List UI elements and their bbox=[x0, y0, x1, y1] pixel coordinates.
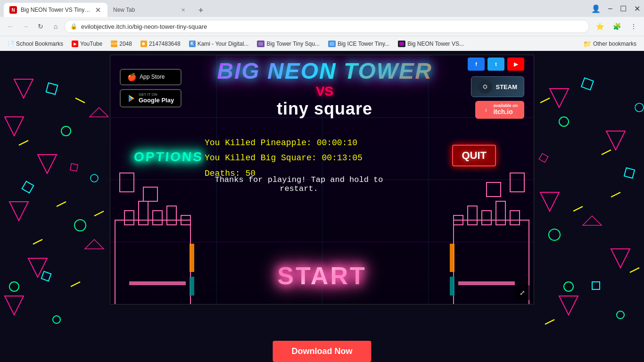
lock-icon: 🔒 bbox=[70, 23, 77, 30]
svg-rect-66 bbox=[124, 211, 134, 225]
svg-text:N: N bbox=[11, 8, 15, 13]
svg-point-60 bbox=[484, 86, 486, 88]
tab-close-active[interactable] bbox=[94, 6, 102, 14]
game-container: 🍎 App Store GET IT ON bbox=[110, 55, 534, 304]
svg-line-25 bbox=[33, 239, 42, 244]
svg-point-30 bbox=[91, 174, 98, 182]
svg-marker-33 bbox=[550, 89, 569, 107]
fullscreen-button[interactable]: ⤢ bbox=[515, 285, 530, 300]
fullscreen-icon: ⤢ bbox=[520, 289, 525, 296]
svg-marker-15 bbox=[5, 296, 24, 315]
google-play-button[interactable]: GET IT ON Google Play bbox=[120, 89, 182, 107]
tab-inactive[interactable]: New Tab ✕ bbox=[107, 3, 192, 17]
svg-marker-11 bbox=[5, 117, 24, 136]
svg-point-41 bbox=[549, 229, 560, 240]
tab-close-inactive[interactable]: ✕ bbox=[179, 6, 187, 14]
forward-button[interactable]: → bbox=[19, 20, 32, 33]
svg-rect-65 bbox=[115, 220, 190, 304]
svg-rect-42 bbox=[592, 282, 600, 289]
refresh-button[interactable]: ↻ bbox=[34, 20, 47, 33]
bookmark-2048[interactable]: 2048 2048 bbox=[107, 39, 136, 49]
game-main: OPTIONS You Killed Pineapple: 00:00:10 Y… bbox=[110, 126, 534, 304]
browser-frame: N Big NEON Tower VS Tiny Sq... New Tab ✕… bbox=[0, 0, 644, 362]
app-store-label: App Store bbox=[140, 74, 165, 80]
bookmark-school[interactable]: 📄 School Bookmarks bbox=[4, 39, 67, 49]
svg-line-45 bbox=[602, 150, 611, 155]
bookmark-youtube-label: YouTube bbox=[80, 41, 102, 47]
svg-line-26 bbox=[71, 282, 80, 287]
steam-label: STEAM bbox=[496, 83, 518, 90]
2147-favicon: ◼ bbox=[140, 41, 147, 47]
options-button[interactable]: OPTIONS bbox=[133, 149, 204, 165]
svg-text:i: i bbox=[486, 108, 487, 113]
bookmark-neon[interactable]: Big NEON Tower VS... bbox=[394, 39, 468, 49]
itch-logo: i bbox=[482, 106, 490, 114]
svg-point-43 bbox=[617, 311, 624, 319]
youtube-button[interactable]: ▶ bbox=[507, 58, 524, 71]
itch-button[interactable]: i available on itch.io bbox=[475, 101, 524, 118]
extension-button[interactable]: 🧩 bbox=[610, 20, 623, 33]
svg-marker-37 bbox=[559, 296, 578, 315]
svg-rect-40 bbox=[624, 168, 635, 178]
svg-rect-81 bbox=[468, 206, 477, 225]
svg-rect-5 bbox=[258, 42, 263, 46]
svg-marker-28 bbox=[90, 107, 108, 117]
bigtower-favicon bbox=[257, 41, 264, 47]
svg-rect-69 bbox=[167, 206, 176, 225]
svg-rect-63 bbox=[120, 173, 134, 192]
ice-favicon bbox=[328, 41, 336, 47]
home-button[interactable]: ⌂ bbox=[49, 20, 62, 33]
bookmark-bigtower[interactable]: Big Tower Tiny Squ... bbox=[253, 39, 323, 49]
bookmark-ice[interactable]: Big ICE Tower Tiny... bbox=[324, 39, 393, 49]
svg-marker-14 bbox=[28, 258, 47, 277]
svg-line-23 bbox=[19, 140, 28, 145]
bookmark-bigtower-label: Big Tower Tiny Squ... bbox=[266, 41, 320, 47]
svg-rect-27 bbox=[70, 164, 78, 171]
steam-logo bbox=[478, 80, 492, 94]
profile-icon[interactable]: 👤 bbox=[591, 4, 601, 13]
twitter-button[interactable]: t bbox=[487, 58, 504, 71]
star-button[interactable]: ⭐ bbox=[593, 20, 606, 33]
school-favicon: 📄 bbox=[8, 41, 14, 47]
menu-button[interactable]: ⋮ bbox=[627, 20, 640, 33]
svg-point-17 bbox=[61, 126, 71, 136]
other-bookmarks[interactable]: 📁 Other bookmarks bbox=[579, 39, 640, 49]
start-button[interactable]: START bbox=[277, 262, 366, 290]
svg-rect-86 bbox=[450, 277, 454, 296]
bookmark-2147[interactable]: ◼ 2147483648 bbox=[137, 39, 184, 49]
close-button[interactable]: ✕ bbox=[634, 4, 640, 13]
svg-rect-74 bbox=[190, 277, 194, 296]
svg-line-44 bbox=[540, 98, 550, 103]
stats-bigsquare: You Killed Big Square: 00:13:05 bbox=[205, 150, 363, 165]
svg-point-52 bbox=[564, 282, 573, 291]
bookmark-youtube[interactable]: ▶ YouTube bbox=[68, 39, 106, 49]
svg-rect-38 bbox=[581, 78, 594, 90]
app-store-button[interactable]: 🍎 App Store bbox=[120, 69, 182, 85]
page-content: 🍎 App Store GET IT ON bbox=[0, 51, 644, 362]
neon-favicon bbox=[398, 41, 405, 47]
back-button[interactable]: ← bbox=[4, 20, 17, 33]
apple-icon: 🍎 bbox=[127, 73, 137, 82]
new-tab-button[interactable]: + bbox=[194, 4, 207, 17]
bookmark-kami[interactable]: K Kami - Your Digital... bbox=[185, 39, 253, 49]
quit-button[interactable]: QUIT bbox=[452, 145, 496, 166]
maximize-button[interactable]: ☐ bbox=[620, 4, 627, 13]
minimize-button[interactable]: – bbox=[608, 4, 612, 13]
castle-right bbox=[439, 149, 534, 304]
svg-rect-83 bbox=[458, 281, 515, 285]
svg-rect-75 bbox=[510, 173, 524, 192]
svg-rect-71 bbox=[129, 281, 186, 285]
svg-rect-79 bbox=[496, 201, 505, 225]
tab-active[interactable]: N Big NEON Tower VS Tiny Sq... bbox=[4, 3, 107, 17]
address-bar[interactable]: 🔒 evilobjective.itch.io/big-neon-tower-t… bbox=[64, 20, 589, 33]
svg-rect-67 bbox=[139, 201, 148, 225]
store-buttons-left: 🍎 App Store GET IT ON bbox=[120, 69, 182, 107]
svg-rect-76 bbox=[487, 182, 501, 197]
svg-point-39 bbox=[559, 117, 569, 126]
bookmark-school-label: School Bookmarks bbox=[16, 41, 63, 47]
download-button[interactable]: Download Now bbox=[273, 341, 372, 362]
bookmark-2147-label: 2147483648 bbox=[149, 41, 181, 47]
steam-button[interactable]: STEAM bbox=[471, 76, 525, 97]
left-decoration bbox=[0, 51, 108, 362]
facebook-button[interactable]: f bbox=[468, 58, 485, 71]
